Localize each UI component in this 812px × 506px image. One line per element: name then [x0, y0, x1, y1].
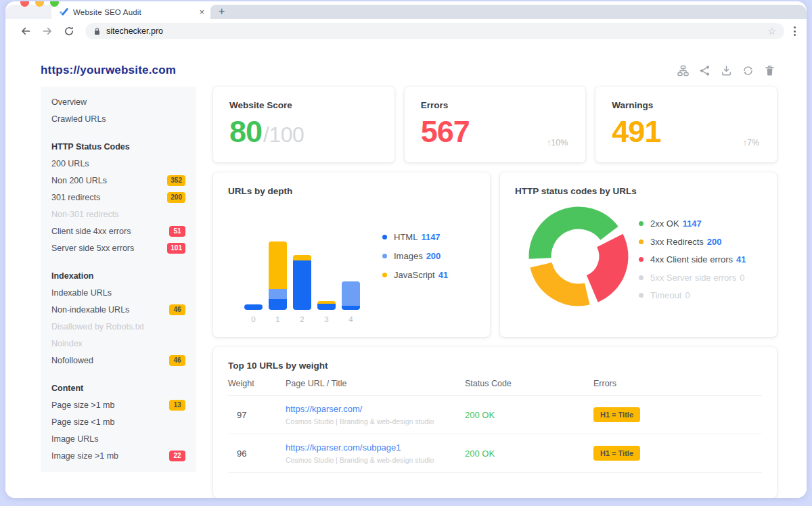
table-row: 97https://kparser.com/Cosmos Studio | Br…	[228, 396, 762, 434]
refresh-icon[interactable]	[742, 65, 754, 76]
desktop-background: Website SEO Audit × + sitechec	[0, 0, 812, 506]
legend-dot-icon	[382, 273, 387, 277]
col-header-errors: Errors	[593, 379, 762, 388]
sidebar-item-image-urls[interactable]: Image URLs	[41, 430, 196, 447]
legend-value: 200	[426, 251, 441, 261]
x-axis-label: 1	[269, 315, 287, 323]
legend-item-4xx-client-side-errors: 4xx Client side errors41	[639, 254, 746, 264]
error-badge: H1 = Title	[593, 407, 640, 422]
new-tab-button[interactable]: +	[219, 5, 225, 18]
legend-label: Images	[394, 251, 423, 261]
main-panel: Website Score 80 /100 Errors 567 ↑10%	[213, 87, 777, 498]
browser-tab[interactable]: Website SEO Audit ×	[51, 5, 210, 19]
zoom-window-button[interactable]	[50, 1, 59, 7]
col-header-weight: Weight	[228, 379, 286, 388]
website-score-value: 80	[229, 116, 262, 147]
website-score-max: /100	[263, 122, 304, 147]
sidebar-item-indexable-urls[interactable]: Indexable URLs	[41, 284, 196, 301]
errors-trend: ↑10%	[547, 138, 568, 147]
sidebar-item-label: Overview	[51, 97, 87, 107]
bar-segment-html	[342, 306, 360, 310]
sidebar-item-label: 200 URLs	[51, 159, 89, 168]
bar-segment-html	[269, 299, 287, 310]
window-controls	[20, 1, 59, 7]
legend-item-timeout: Timeout0	[639, 290, 746, 300]
sidebar-item-label: Page size <1 mb	[51, 417, 114, 427]
sidebar-item-label: Non 200 URLs	[51, 176, 107, 185]
errors-value: 567	[421, 116, 470, 147]
tab-strip: Website SEO Audit × +	[5, 1, 807, 19]
legend-item-html: HTML1147	[382, 232, 448, 242]
card-title: Warnings	[612, 100, 761, 110]
legend-label: 3xx Redirects	[650, 237, 704, 247]
sidebar-item-200-urls[interactable]: 200 URLs	[41, 155, 196, 172]
browser-menu-icon[interactable]	[792, 25, 797, 37]
sidebar-count-badge: 51	[169, 226, 185, 237]
bookmark-star-icon[interactable]: ☆	[767, 26, 776, 36]
sidebar-count-badge: 200	[167, 192, 185, 203]
url-link[interactable]: https://kparser.com/subpage1	[286, 442, 465, 453]
sidebar-item-label: Client side 4xx errors	[51, 227, 131, 236]
sidebar-item-non-200-urls[interactable]: Non 200 URLs352	[41, 172, 196, 189]
urls-by-depth-card: URLs by depth 01234 HTML1147Images200Jav…	[213, 172, 490, 337]
x-axis-label: 4	[342, 315, 360, 323]
close-window-button[interactable]	[20, 1, 29, 7]
sidebar-item-label: Non-indexable URLs	[51, 305, 129, 315]
sidebar-section-indexation: Indexation	[41, 267, 196, 284]
audited-site-url: https://yourwebsite.com	[41, 64, 176, 77]
bar-segment-html	[293, 260, 311, 310]
sidebar-item-client-side-4xx-errors[interactable]: Client side 4xx errors51	[41, 223, 196, 239]
bar-segment-javascript	[269, 242, 287, 289]
sidebar-item-overview[interactable]: Overview	[41, 93, 196, 110]
legend-value: 41	[438, 270, 448, 280]
x-axis-label: 2	[293, 315, 311, 323]
sidebar-section-content: Content	[41, 380, 196, 396]
donut-segment-3xx-redirects	[541, 265, 587, 295]
bar-chart-legend: HTML1147Images200JavaScript41	[382, 232, 448, 289]
tab-strip-left	[5, 5, 53, 19]
legend-label: JavaScript	[394, 270, 435, 280]
sidebar-item-non-301-redirects[interactable]: Non-301 redirects	[41, 206, 196, 223]
url-link[interactable]: https://kparser.com/	[286, 404, 465, 414]
tab-close-icon[interactable]: ×	[199, 7, 204, 16]
tab-title: Website SEO Audit	[73, 8, 199, 16]
sidebar-item-crawled-urls[interactable]: Crawled URLs	[41, 110, 196, 127]
sidebar-item-301-redirects[interactable]: 301 redirects200	[41, 189, 196, 206]
sidebar-item-non-indexable-urls[interactable]: Non-indexable URLs46	[41, 301, 196, 318]
table-body: 97https://kparser.com/Cosmos Studio | Br…	[228, 396, 762, 473]
legend-label: HTML	[394, 232, 418, 242]
share-icon[interactable]	[699, 65, 710, 76]
sidebar-count-badge: 46	[169, 355, 185, 366]
forward-icon[interactable]	[42, 26, 53, 37]
address-url: sitechecker.pro	[106, 26, 163, 36]
sidebar-item-label: Image size >1 mb	[51, 451, 118, 461]
address-bar[interactable]: sitechecker.pro ☆	[85, 23, 784, 39]
reload-icon[interactable]	[64, 26, 74, 37]
sidebar-item-label: Nofollowed	[51, 356, 93, 365]
back-icon[interactable]	[20, 26, 31, 37]
sidebar-item-server-side-5xx-errors[interactable]: Server side 5xx errors101	[41, 239, 196, 256]
donut-chart-legend: 2xx OK11473xx Redirects2004xx Client sid…	[639, 218, 746, 308]
sidebar-nav: OverviewCrawled URLsHTTP Status Codes200…	[41, 87, 196, 472]
sidebar-item-page-size-1-mb[interactable]: Page size >1 mb13	[41, 396, 196, 413]
legend-label: 2xx OK	[650, 218, 679, 229]
donut-segment-4xx-client-side-errors	[592, 240, 614, 289]
browser-window: Website SEO Audit × + sitechec	[5, 1, 807, 498]
legend-dot-icon	[382, 254, 387, 258]
legend-item-images: Images200	[382, 251, 448, 261]
minimize-window-button[interactable]	[35, 1, 44, 7]
x-axis-label: 0	[244, 315, 263, 323]
sidebar-item-nofollowed[interactable]: Nofollowed46	[41, 352, 196, 369]
sitemap-icon[interactable]	[677, 65, 689, 76]
sidebar-item-disallowed-by-robots-txt[interactable]: Disallowed by Robots.txt	[41, 318, 196, 335]
legend-dot-icon	[639, 257, 644, 262]
sidebar-item-noindex[interactable]: Noindex	[41, 335, 196, 352]
cell-weight: 96	[228, 448, 286, 459]
cell-page-url: https://kparser.com/Cosmos Studio | Bran…	[286, 404, 465, 426]
legend-value: 200	[707, 237, 722, 247]
sidebar-item-label: Page size >1 mb	[51, 400, 114, 410]
sidebar-item-page-size-1-mb[interactable]: Page size <1 mb	[41, 413, 196, 430]
download-icon[interactable]	[721, 65, 732, 76]
trash-icon[interactable]	[764, 65, 775, 76]
sidebar-item-image-size-1-mb[interactable]: Image size >1 mb22	[41, 447, 196, 464]
